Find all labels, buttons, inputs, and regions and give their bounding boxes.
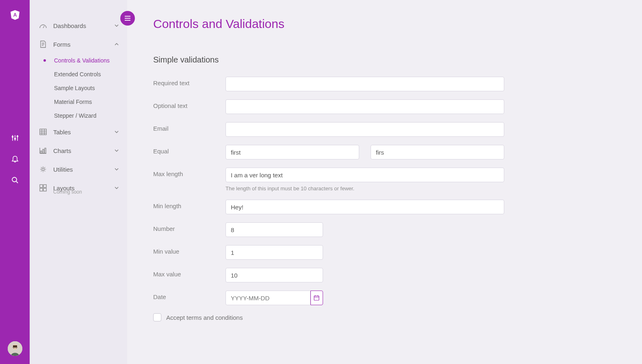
svg-line-14: [43, 26, 44, 28]
sidebar-subitem-stepper-wizard[interactable]: Stepper / Wizard: [30, 109, 127, 123]
svg-rect-30: [43, 185, 46, 187]
number-input[interactable]: [226, 222, 323, 237]
svg-rect-18: [40, 129, 46, 135]
svg-point-5: [14, 138, 15, 140]
avatar[interactable]: [8, 341, 22, 356]
sidebar-subitem-extended-controls[interactable]: Extended Controls: [30, 67, 127, 81]
equal-input-a[interactable]: [226, 145, 359, 159]
chevron-down-icon: [114, 129, 119, 134]
svg-rect-25: [41, 151, 42, 153]
svg-rect-26: [43, 149, 44, 153]
date-picker-button[interactable]: [310, 291, 323, 305]
svg-text:A: A: [13, 12, 17, 18]
section-title: Simple validations: [153, 55, 616, 65]
sidebar-subitem-sample-layouts[interactable]: Sample Layouts: [30, 81, 127, 95]
max-length-help: The length of this input must be 10 char…: [226, 185, 504, 192]
terms-label: Accept terms and conditions: [166, 314, 243, 321]
utilities-icon: [39, 166, 47, 173]
sidebar: Dashboards Forms Controls & Validations …: [30, 0, 127, 364]
chevron-down-icon: [114, 167, 119, 172]
bell-icon[interactable]: [11, 155, 19, 163]
svg-point-28: [42, 168, 44, 170]
svg-point-6: [17, 136, 18, 137]
sidebar-item-label: Charts: [53, 147, 71, 154]
sidebar-subitem-label: Extended Controls: [54, 71, 101, 78]
sidebar-subitem-label: Controls & Validations: [54, 57, 110, 64]
sidebar-subitem-label: Material Forms: [54, 99, 92, 105]
date-label: Date: [153, 291, 226, 300]
terms-checkbox[interactable]: [153, 313, 161, 321]
email-label: Email: [153, 122, 226, 132]
min-length-input[interactable]: [226, 200, 504, 214]
max-length-input[interactable]: [226, 168, 504, 182]
svg-line-8: [16, 181, 18, 183]
svg-rect-36: [314, 296, 319, 300]
chevron-down-icon: [114, 23, 119, 28]
svg-rect-27: [45, 148, 46, 153]
number-label: Number: [153, 222, 226, 232]
chevron-down-icon: [114, 148, 119, 153]
required-text-input[interactable]: [226, 77, 504, 91]
sidebar-toggle-button[interactable]: [120, 11, 135, 26]
active-dot-icon: [43, 59, 46, 62]
sidebar-item-label: Dashboards: [53, 22, 86, 29]
sidebar-subitem-label: Sample Layouts: [54, 85, 95, 91]
sidebar-item-dashboards[interactable]: Dashboards: [30, 16, 127, 35]
sidebar-forms-submenu: Controls & Validations Extended Controls…: [30, 54, 127, 123]
required-text-label: Required text: [153, 77, 226, 86]
sidebar-item-charts[interactable]: Charts: [30, 141, 127, 160]
page-title: Controls and Validations: [153, 17, 616, 31]
sidebar-item-label: Forms: [53, 41, 71, 48]
dashboard-icon: [39, 22, 47, 29]
chevron-down-icon: [114, 185, 119, 190]
layouts-icon: [39, 184, 47, 192]
charts-icon: [39, 147, 47, 154]
calendar-icon: [314, 295, 319, 301]
search-icon[interactable]: [11, 176, 19, 184]
svg-rect-32: [43, 188, 46, 191]
max-length-label: Max length: [153, 168, 226, 177]
equal-input-b[interactable]: [371, 145, 504, 159]
sidebar-item-forms[interactable]: Forms: [30, 35, 127, 54]
equal-label: Equal: [153, 145, 226, 155]
svg-point-4: [12, 136, 13, 138]
optional-text-input[interactable]: [226, 99, 504, 114]
min-value-label: Min value: [153, 245, 226, 255]
sidebar-item-label: Tables: [53, 129, 71, 136]
svg-point-7: [12, 177, 17, 182]
main-content: Controls and Validations Simple validati…: [127, 0, 642, 364]
email-input[interactable]: [226, 122, 504, 137]
tables-icon: [39, 128, 47, 136]
app-logo[interactable]: A: [10, 10, 20, 20]
sidebar-subitem-label: Stepper / Wizard: [54, 112, 96, 119]
sidebar-subitem-material-forms[interactable]: Material Forms: [30, 95, 127, 109]
max-value-label: Max value: [153, 268, 226, 278]
sidebar-item-label: Utilities: [53, 166, 73, 173]
sidebar-item-tables[interactable]: Tables: [30, 123, 127, 141]
svg-rect-11: [13, 345, 17, 347]
svg-rect-31: [40, 188, 43, 191]
min-value-input[interactable]: [226, 245, 323, 260]
max-value-input[interactable]: [226, 268, 323, 282]
forms-icon: [39, 41, 47, 48]
rail-nav: A: [0, 0, 30, 364]
date-input[interactable]: [226, 291, 310, 305]
sidebar-subitem-controls-validations[interactable]: Controls & Validations: [30, 54, 127, 67]
sidebar-item-utilities[interactable]: Utilities: [30, 160, 127, 179]
optional-text-label: Optional text: [153, 99, 226, 109]
settings-sliders-icon[interactable]: [11, 134, 19, 142]
svg-rect-29: [40, 185, 43, 187]
min-length-label: Min length: [153, 200, 226, 209]
chevron-up-icon: [114, 42, 119, 47]
